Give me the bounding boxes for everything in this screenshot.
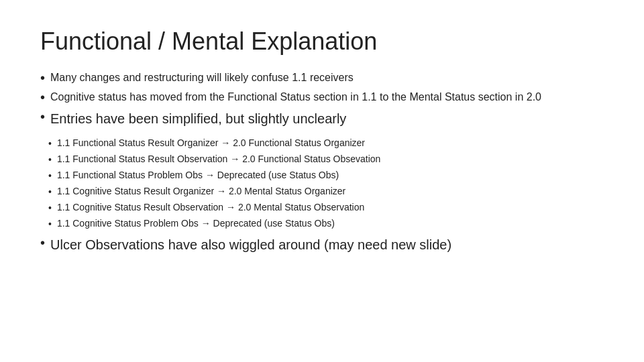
bullet-item-4: • Ulcer Observations have also wiggled a…	[40, 235, 604, 254]
sub-bullet-text-1: 1.1 Functional Status Result Organizer →…	[57, 136, 380, 150]
sub-bullet-dot-3: •	[48, 169, 52, 183]
sub-bullet-text-5: 1.1 Cognitive Status Result Observation …	[57, 200, 380, 215]
bullet-list: • Many changes and restructuring will li…	[40, 70, 604, 254]
sub-bullet-dot-6: •	[48, 217, 52, 231]
slide: Functional / Mental Explanation • Many c…	[0, 0, 644, 362]
sub-bullet-item-1: • 1.1 Functional Status Result Organizer…	[48, 136, 380, 151]
sub-bullet-list: • 1.1 Functional Status Result Organizer…	[48, 136, 380, 231]
sub-bullet-text-6: 1.1 Cognitive Status Problem Obs → Depre…	[57, 217, 380, 231]
sub-bullet-text-3: 1.1 Functional Status Problem Obs → Depr…	[57, 168, 380, 182]
sub-bullet-dot-5: •	[48, 201, 52, 215]
sub-bullet-item-3: • 1.1 Functional Status Problem Obs → De…	[48, 168, 380, 183]
bullet-dot-1: •	[40, 70, 45, 86]
sub-bullet-item-5: • 1.1 Cognitive Status Result Observatio…	[48, 200, 380, 215]
bullet-dot-2: •	[40, 89, 45, 105]
sub-bullet-text-2: 1.1 Functional Status Result Observation…	[57, 152, 380, 166]
bullet-item-1: • Many changes and restructuring will li…	[40, 70, 604, 86]
slide-title: Functional / Mental Explanation	[40, 27, 604, 56]
sub-bullet-dot-4: •	[48, 185, 52, 199]
sub-bullet-item-6: • 1.1 Cognitive Status Problem Obs → Dep…	[48, 217, 380, 231]
bullet-item-3: • Entries have been simplified, but slig…	[40, 109, 604, 231]
bullet-dot-4: •	[40, 235, 45, 251]
sub-bullet-item-4: • 1.1 Cognitive Status Result Organizer …	[48, 184, 380, 199]
bullet-text-3: Entries have been simplified, but slight…	[50, 109, 346, 128]
sub-bullet-dot-2: •	[48, 153, 52, 167]
bullet-text-4: Ulcer Observations have also wiggled aro…	[50, 235, 604, 254]
sub-bullet-item-2: • 1.1 Functional Status Result Observati…	[48, 152, 380, 167]
bullet-dot-3: •	[40, 109, 45, 125]
sub-bullet-dot-1: •	[48, 137, 52, 151]
sub-bullet-text-4: 1.1 Cognitive Status Result Organizer → …	[57, 184, 380, 198]
bullet-text-1: Many changes and restructuring will like…	[50, 70, 604, 85]
bullet-item-2: • Cognitive status has moved from the Fu…	[40, 90, 604, 105]
bullet-text-2: Cognitive status has moved from the Func…	[50, 90, 604, 105]
